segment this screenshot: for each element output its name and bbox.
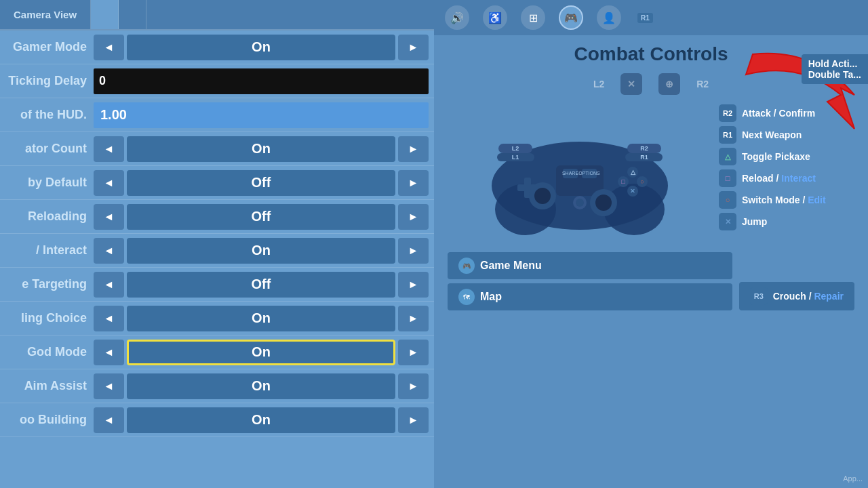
tab-bar: Camera View <box>0 0 434 30</box>
hud-icon[interactable]: ⊞ <box>521 5 545 30</box>
value-gamer-mode[interactable]: On <box>127 35 395 60</box>
row-label-reloading: Reloading <box>5 209 94 224</box>
input-ticking-delay[interactable] <box>94 68 429 94</box>
value-targeting[interactable]: Off <box>127 272 395 298</box>
bottom-menu: 🎮 Game Menu 🗺 Map R3 Crouch / Repair <box>434 247 868 316</box>
row-control-interact: ◄ On ► <box>94 238 429 264</box>
value-god-mode[interactable]: On <box>127 340 395 365</box>
accessibility-icon[interactable]: ♿ <box>483 5 507 30</box>
row-label-ling-choice: ling Choice <box>5 311 94 325</box>
right-arrow-oo-building[interactable]: ► <box>398 407 429 433</box>
svg-text:○: ○ <box>640 178 644 185</box>
row-control-ticking-delay <box>94 68 429 94</box>
btn-label-triangle: △ Toggle Pickaxe <box>719 148 854 165</box>
cross-icon-top: ✕ <box>620 73 642 95</box>
settings-row-oo-building: oo Building ◄ On ► <box>0 403 434 437</box>
menu-item-game-menu[interactable]: 🎮 Game Menu <box>448 252 732 279</box>
svg-text:R1: R1 <box>640 154 648 161</box>
row-control-oo-building: ◄ On ► <box>94 407 429 433</box>
row-label-aim-assist: Aim Assist <box>5 379 94 393</box>
tab-active[interactable] <box>91 0 119 29</box>
btn-label-square: □ Reload / Interact <box>719 169 854 187</box>
row-label-gamer-mode: Gamer Mode <box>5 40 94 54</box>
person-icon[interactable]: 👤 <box>597 5 621 30</box>
settings-row-by-default: by Default ◄ Off ► <box>0 166 434 200</box>
value-interact[interactable]: On <box>127 238 395 264</box>
left-arrow-ator-count[interactable]: ◄ <box>94 136 124 162</box>
left-arrow-by-default[interactable]: ◄ <box>94 170 124 196</box>
left-arrow-oo-building[interactable]: ◄ <box>94 407 124 433</box>
action-reload-interact: Reload / Interact <box>742 173 816 184</box>
badge-circle: ○ <box>719 191 736 209</box>
left-arrow-ling-choice[interactable]: ◄ <box>94 306 124 331</box>
game-menu-icon: 🎮 <box>458 258 475 274</box>
menu-item-crouch-repair[interactable]: R3 Crouch / Repair <box>739 282 854 310</box>
map-icon: 🗺 <box>458 289 475 305</box>
highlight-interact: Interact <box>781 173 816 184</box>
value-ling-choice[interactable]: On <box>127 306 395 331</box>
svg-text:□: □ <box>621 178 625 185</box>
action-next-weapon: Next Weapon <box>742 129 802 140</box>
row-label-oo-building: oo Building <box>5 413 94 427</box>
row-control-targeting: ◄ Off ► <box>94 272 429 298</box>
row-label-targeting: e Targeting <box>5 277 94 291</box>
l2-label: L2 <box>593 79 604 89</box>
row-control-ator-count: ◄ On ► <box>94 136 429 162</box>
settings-row-interact: / Interact ◄ On ► <box>0 234 434 268</box>
controller-icon[interactable]: 🎮 <box>559 5 583 30</box>
value-ator-count[interactable]: On <box>127 136 395 162</box>
row-control-god-mode: ◄ On ► <box>94 340 429 365</box>
value-oo-building[interactable]: On <box>127 407 395 433</box>
badge-square: □ <box>719 169 736 187</box>
left-arrow-interact[interactable]: ◄ <box>94 238 124 264</box>
tab-camera-view[interactable]: Camera View <box>0 0 91 29</box>
left-arrow-aim-assist[interactable]: ◄ <box>94 373 124 399</box>
hold-action-tooltip: Hold Acti... Double Ta... <box>802 54 868 84</box>
right-arrow-reloading[interactable]: ► <box>398 204 429 230</box>
right-panel: 🔊 ♿ ⊞ 🎮 👤 R1 Combat Controls L2 ✕ ⊕ R2 <box>434 0 868 488</box>
row-label-ticking-delay: Ticking Delay <box>5 74 94 88</box>
left-arrow-god-mode[interactable]: ◄ <box>94 340 124 365</box>
highlight-repair: Repair <box>814 291 844 302</box>
tab-other[interactable] <box>119 0 146 29</box>
settings-row-reloading: Reloading ◄ Off ► <box>0 200 434 234</box>
right-arrow-interact[interactable]: ► <box>398 238 429 264</box>
right-arrow-ator-count[interactable]: ► <box>398 136 429 162</box>
value-aim-assist[interactable]: On <box>127 373 395 399</box>
right-arrow-by-default[interactable]: ► <box>398 170 429 196</box>
row-control-gamer-mode: ◄ On ► <box>94 35 429 60</box>
btn-label-cross: ✕ Jump <box>719 213 854 230</box>
value-reloading[interactable]: Off <box>127 204 395 230</box>
right-arrow-ling-choice[interactable]: ► <box>398 306 429 331</box>
svg-point-21 <box>576 199 584 207</box>
badge-triangle: △ <box>719 148 736 165</box>
right-arrow-aim-assist[interactable]: ► <box>398 373 429 399</box>
svg-text:L2: L2 <box>512 145 519 152</box>
svg-point-13 <box>534 188 551 204</box>
volume-icon[interactable]: 🔊 <box>445 5 469 30</box>
left-arrow-gamer-mode[interactable]: ◄ <box>94 35 124 60</box>
settings-row-ling-choice: ling Choice ◄ On ► <box>0 302 434 336</box>
badge-r1: R1 <box>719 126 736 144</box>
left-arrow-reloading[interactable]: ◄ <box>94 204 124 230</box>
row-label-ator-count: ator Count <box>5 142 94 156</box>
value-by-default[interactable]: Off <box>127 170 395 196</box>
right-arrow-gamer-mode[interactable]: ► <box>398 35 429 60</box>
button-labels-panel: R2 Attack / Confirm R1 Next Weapon △ Tog… <box>719 104 854 230</box>
input-hud[interactable] <box>94 102 429 128</box>
controller-area: △ □ ○ ✕ SHARE OPTIONS L1 R1 L2 R2 R2 Att… <box>434 98 868 247</box>
highlight-edit: Edit <box>808 195 825 205</box>
right-arrow-god-mode[interactable]: ► <box>398 340 429 365</box>
settings-row-targeting: e Targeting ◄ Off ► <box>0 268 434 302</box>
menu-item-map[interactable]: 🗺 Map <box>448 283 732 310</box>
dpad-icon: ⊕ <box>658 73 680 95</box>
watermark: App... <box>843 474 863 483</box>
icon-bar: 🔊 ♿ ⊞ 🎮 👤 R1 <box>434 0 868 35</box>
svg-text:L1: L1 <box>512 154 519 161</box>
action-crouch-repair: Crouch / Repair <box>773 291 844 302</box>
action-jump: Jump <box>742 216 767 227</box>
double-tap-text: Double Ta... <box>808 69 861 80</box>
left-arrow-targeting[interactable]: ◄ <box>94 272 124 298</box>
svg-text:SHARE: SHARE <box>562 171 578 176</box>
right-arrow-targeting[interactable]: ► <box>398 272 429 298</box>
